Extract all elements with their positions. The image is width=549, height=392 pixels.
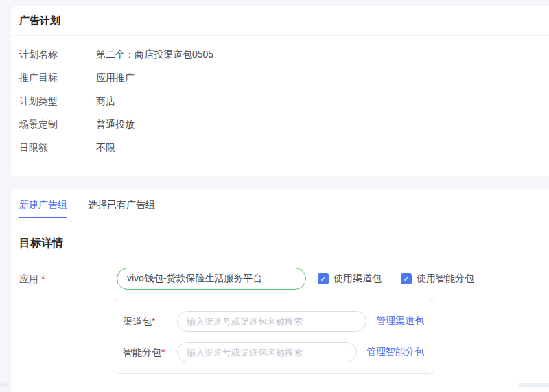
field-row-plan-type: 计划类型 商店	[19, 96, 549, 106]
field-label: 推广目标	[19, 73, 96, 82]
manage-smart-subpackage-link[interactable]: 管理智能分包	[366, 346, 424, 358]
ad-plan-fields: 计划名称 第二个：商店投渠道包0505 推广目标 应用推广 计划类型 商店 场景…	[11, 49, 549, 176]
channel-package-row: 渠道包* 管理渠道包	[123, 311, 424, 332]
field-value: 应用推广	[96, 73, 135, 82]
field-value: 商店	[96, 96, 115, 106]
required-asterisk: *	[152, 316, 155, 327]
label-text: 渠道包	[123, 316, 152, 327]
tab-bar: 新建广告组 选择已有广告组	[19, 189, 549, 218]
ad-plan-card: 广告计划 计划名称 第二个：商店投渠道包0505 推广目标 应用推广 计划类型 …	[11, 6, 549, 176]
section-title-target-details: 目标详情	[19, 238, 549, 249]
field-value: 普通投放	[96, 119, 135, 129]
ad-plan-card-title: 广告计划	[11, 6, 549, 36]
smart-subpackage-label: 智能分包*	[123, 347, 177, 357]
checkbox-checked-icon[interactable]: ✓	[318, 273, 329, 284]
field-row-scene-customization: 场景定制 普通投放	[19, 119, 549, 129]
field-label: 场景定制	[19, 119, 96, 129]
horizontal-scrollbar-thumb[interactable]	[519, 383, 549, 387]
field-row-promotion-goal: 推广目标 应用推广	[19, 73, 549, 82]
field-row-daily-limit: 日限额 不限	[19, 143, 549, 152]
channel-package-label: 渠道包*	[123, 316, 177, 326]
tab-select-existing-ad-group[interactable]: 选择已有广告组	[88, 200, 155, 218]
required-asterisk: *	[41, 273, 45, 284]
checkbox-use-channel-package[interactable]: ✓ 使用渠道包	[318, 273, 382, 285]
checkbox-checked-icon[interactable]: ✓	[401, 273, 412, 284]
app-field-row: 应用* ✓ 使用渠道包 ✓ 使用智能分包	[19, 268, 549, 290]
field-label: 计划名称	[19, 49, 96, 59]
tab-new-ad-group[interactable]: 新建广告组	[19, 200, 67, 218]
smart-subpackage-row: 智能分包* 管理智能分包	[123, 342, 424, 362]
field-row-plan-name: 计划名称 第二个：商店投渠道包0505	[19, 49, 549, 59]
app-label-text: 应用	[19, 273, 38, 284]
app-select-input[interactable]	[117, 268, 306, 290]
field-label: 计划类型	[19, 96, 96, 106]
app-field-label: 应用*	[19, 274, 117, 284]
ad-group-card: 新建广告组 选择已有广告组 目标详情 应用* ✓ 使用渠道包 ✓ 使用智能分包 …	[11, 189, 549, 392]
checkbox-use-smart-subpackage[interactable]: ✓ 使用智能分包	[401, 273, 474, 285]
field-value: 第二个：商店投渠道包0505	[96, 49, 213, 59]
field-value: 不限	[96, 143, 115, 152]
horizontal-scrollbar-track-left[interactable]	[1, 383, 9, 387]
package-panel: 渠道包* 管理渠道包 智能分包* 管理智能分包	[115, 299, 434, 374]
checkbox-label: 使用智能分包	[417, 273, 474, 285]
channel-package-search-input[interactable]	[177, 311, 366, 332]
field-label: 日限额	[19, 143, 96, 152]
label-text: 智能分包	[123, 347, 161, 358]
checkbox-label: 使用渠道包	[334, 273, 382, 285]
required-asterisk: *	[161, 347, 165, 358]
manage-channel-package-link[interactable]: 管理渠道包	[376, 315, 424, 327]
smart-subpackage-search-input[interactable]	[177, 342, 357, 362]
